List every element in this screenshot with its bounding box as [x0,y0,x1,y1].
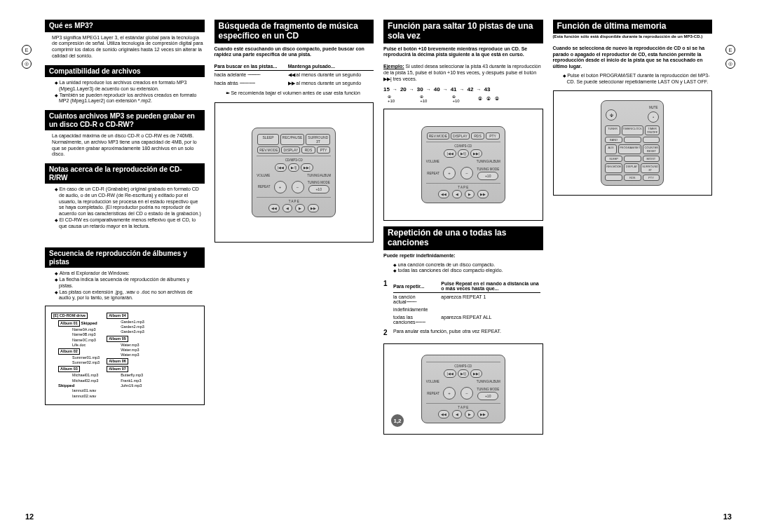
sub-note: (Esta función sólo está disponible duran… [553,34,713,39]
bullet-seq-1: Abra el Explorador de Windows: [52,271,205,277]
bullet-seq-2: La flecha indica la secuencia de reprodu… [52,277,205,289]
step2-text: Para anular esta función, pulse otra vez… [393,327,543,338]
disc-marker-r: ◎ [725,59,735,69]
remote-illustration-2: REV.MODEDISPLAYRDSPTY CD/MP3-CD |◀◀▶/||▶… [383,109,543,221]
heading-saltar10: Función para saltar 10 pistas de una sol… [383,20,543,43]
remote-illustration-3: CD/MP3-CD |◀◀▶/||▶▶| VOLUMETUNING/ALBUM … [383,343,543,435]
bullet-cdrw-2: El CD-RW es comparativamente menos refle… [52,217,205,230]
heading-notas-cdrw: Notas acerca de la reproducción de CD-R/… [45,163,205,184]
column-1: Qué es MP3? MP3 significa MPEG1 Layer 3,… [45,20,205,519]
text-repetir-lead: Puede repetir indefinidamente: [383,250,543,259]
remote-control-3: CD/MP3-CD |◀◀▶/||▶▶| VOLUMETUNING/ALBUM … [421,355,505,423]
text-mp3-desc: MP3 significa MPEG1 Layer 3, el estándar… [45,32,205,60]
text-vol-note: Se recomienda bajar el volumen antes de … [231,90,360,95]
heading-que-es-mp3: Qué es MP3? [45,20,205,32]
disc-marker: ◎ [22,59,32,69]
bullet-seq-3: Las pistas con extensión .jpg, .wav o .d… [52,289,205,302]
page-number-left: 12 [25,512,34,521]
next-icon: ▶▶| [301,163,313,172]
remote-illustration-1: SLEEPREC/PAUSESURROUND 3T REV.MODEDISPLA… [214,102,374,243]
bullet-rep-1: una canción concreta de un disco compact… [390,262,543,268]
text-cap-1: La capacidad máxima de un disco CD-R o C… [52,133,205,139]
heading-secuencia: Secuencia de reproducción de álbumes y p… [45,247,205,268]
th-mantenga: Mantenga pulsado... [288,62,374,71]
callout-badge: 1,2 [391,414,404,427]
remote-control: SLEEPREC/PAUSESURROUND 3T REV.MODEDISPLA… [252,128,336,217]
heading-busqueda: Búsqueda de fragmento de música específi… [214,20,374,43]
album-tree: [E] CD-ROM drive Album 01 Skipped Name0A… [45,306,205,405]
column-3: Función para saltar 10 pistas de una sol… [383,20,543,519]
heading-cuantos: Cuántos archivos MP3 se pueden grabar en… [45,110,205,130]
heading-compat: Compatibilidad de archivos [45,65,205,78]
column-2: Búsqueda de fragmento de música específi… [214,20,374,519]
heading-repeticion: Repetición de una o todas las canciones [383,226,543,250]
remote-illustration-4: ⏻ MUTE• TUNERTIMER/CLOCKTIMER ON/OFF BAN… [553,90,713,196]
heading-ultima-memoria: Función de última memoria [553,20,713,34]
bullet-rep-2: todas las canciones del disco compacto e… [390,268,543,274]
bullet-cdrw-1: En caso de un CD-R (Grabable) original g… [52,186,205,217]
bullet-ultima: Pulse el botón PROGRAM/SET durante la re… [560,73,713,86]
remote-control-2: REV.MODEDISPLAYRDSPTY CD/MP3-CD |◀◀▶/||▶… [421,126,505,203]
prev-icon: |◀◀ [275,163,287,172]
lang-marker-r: E [725,45,735,55]
text-busqueda: Cuando esté escuchando un disco compacto… [214,43,374,59]
left-margin-tag: E ◎ [21,20,32,519]
th-buscar: Para buscar en las pistas... [214,62,288,71]
search-table: Para buscar en las pistas... Mantenga pu… [214,62,374,88]
bullet-compat-2: También se pueden reproducir los archivo… [52,93,205,105]
power-icon: ⏻ [606,109,617,121]
text-ejemplo: Si usted desea seleccionar la pista 43 d… [383,64,541,81]
right-margin-tag: E ◎ [725,20,736,519]
text-ultima: Cuando se selecciona de nuevo la reprodu… [553,43,713,70]
lang-marker: E [22,45,32,55]
text-saltar10: Pulse el botón +10 brevemente mientras r… [383,43,543,59]
play-pause-icon: ▶/|| [288,163,299,172]
skip-icons-row: ⊕+10 ⊕+10 ⊕+10 ⦿ ⦿ ⦿ [383,94,543,103]
skip-sequence: 15→ 20→ 30→ 40→ 41→ 42→ 43 [383,86,543,93]
text-cap-2: Normalmente, un archivo MP3 tiene una ca… [52,139,205,158]
page-number-right: 13 [723,512,732,521]
bullet-compat-1: La unidad reproduce los archivos creados… [52,80,205,93]
repeat-steps: 1 Para repetir...Pulse Repeat en el mand… [383,278,543,338]
column-4: Función de última memoria (Esta función … [553,20,713,519]
remote-control-4: ⏻ MUTE• TUNERTIMER/CLOCKTIMER ON/OFF BAN… [601,100,664,186]
